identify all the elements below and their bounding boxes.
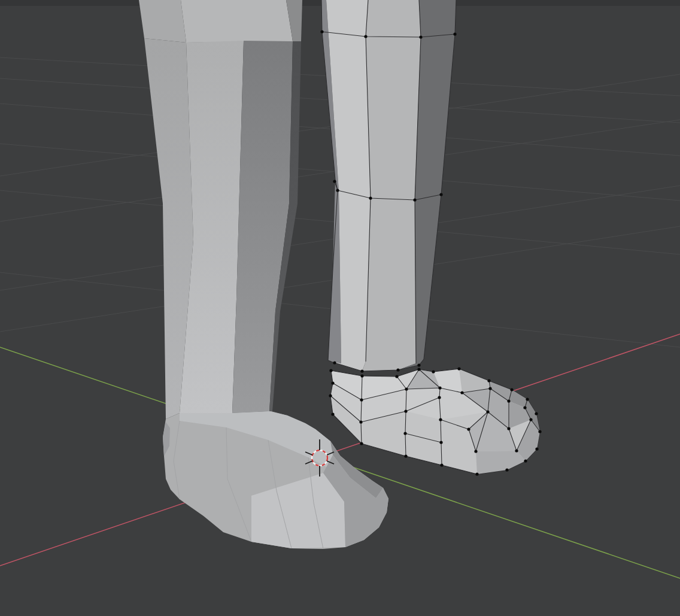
vertex-dot[interactable] — [439, 418, 442, 421]
vertex-dot[interactable] — [417, 368, 420, 371]
vertex-dot[interactable] — [453, 32, 456, 35]
vertex-dot[interactable] — [403, 432, 406, 435]
vertex-dot[interactable] — [432, 370, 435, 373]
vertex-dot[interactable] — [523, 406, 526, 409]
vertex-dot[interactable] — [333, 361, 336, 364]
vertex-dot[interactable] — [507, 427, 510, 430]
viewport-canvas[interactable] — [0, 0, 680, 616]
vertex-dot[interactable] — [440, 463, 443, 466]
vertex-dot[interactable] — [419, 35, 422, 38]
vertex-dot[interactable] — [404, 454, 407, 457]
vertex-dot[interactable] — [320, 30, 323, 33]
vertex-dot[interactable] — [515, 449, 518, 452]
vertex-dot[interactable] — [333, 180, 336, 183]
vertex-dot[interactable] — [535, 447, 538, 450]
vertex-dot[interactable] — [369, 196, 372, 199]
vertex-dot[interactable] — [329, 394, 332, 397]
vertex-dot[interactable] — [395, 375, 398, 378]
vertex-dot[interactable] — [360, 442, 363, 445]
vertex-dot[interactable] — [486, 410, 489, 413]
vertex-dot[interactable] — [524, 459, 527, 462]
vertex-dot[interactable] — [360, 369, 363, 372]
vertex-dot[interactable] — [510, 388, 513, 391]
vertex-dot[interactable] — [396, 368, 399, 371]
blender-3d-viewport[interactable] — [0, 0, 680, 616]
vertex-dot[interactable] — [439, 441, 442, 444]
vertex-dot[interactable] — [331, 412, 334, 415]
vertex-dot[interactable] — [438, 386, 441, 389]
vertex-dot[interactable] — [507, 399, 510, 402]
vertex-dot[interactable] — [359, 420, 362, 423]
mesh-face[interactable] — [362, 0, 421, 371]
mesh-face[interactable] — [139, 0, 186, 43]
vertex-dot[interactable] — [360, 398, 363, 401]
vertex-dot[interactable] — [364, 35, 367, 38]
vertex-dot[interactable] — [467, 427, 470, 430]
vertex-dot[interactable] — [360, 374, 363, 377]
vertex-dot[interactable] — [413, 198, 416, 201]
vertex-dot[interactable] — [457, 367, 460, 370]
vertex-dot[interactable] — [438, 396, 441, 399]
vertex-dot[interactable] — [475, 472, 478, 475]
vertex-dot[interactable] — [487, 379, 490, 382]
vertex-dot[interactable] — [474, 450, 477, 453]
vertex-dot[interactable] — [417, 363, 420, 366]
vertex-dot[interactable] — [529, 418, 532, 421]
vertex-dot[interactable] — [526, 397, 529, 400]
vertex-dot[interactable] — [535, 412, 538, 415]
vertex-dot[interactable] — [405, 387, 408, 390]
vertex-dot[interactable] — [460, 391, 463, 394]
mesh-face[interactable] — [181, 0, 293, 43]
vertex-dot[interactable] — [336, 189, 339, 192]
vertex-dot[interactable] — [404, 409, 407, 412]
vertex-dot[interactable] — [538, 430, 541, 433]
vertex-dot[interactable] — [505, 468, 508, 471]
vertex-dot[interactable] — [439, 193, 442, 196]
vertex-dot[interactable] — [331, 381, 334, 384]
vertex-dot[interactable] — [329, 369, 332, 372]
vertex-dot[interactable] — [488, 387, 491, 390]
